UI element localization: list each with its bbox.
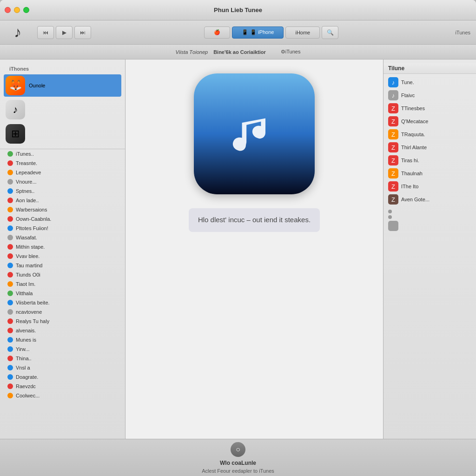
dot-16 <box>7 300 13 305</box>
ounole-icon: 🦊 <box>6 76 25 95</box>
right-item-0[interactable]: ♪ Tune. <box>383 76 476 89</box>
sidebar-item-18[interactable]: Realys Tu haly <box>0 317 125 326</box>
sidebar-item-12[interactable]: Tau martind <box>0 261 125 270</box>
right-item-9[interactable]: Z Aven Gote... <box>383 193 476 206</box>
sidebar-item-label-14: Tiaot Im. <box>16 281 35 287</box>
sidebar-item-label-12: Tau martind <box>16 263 42 268</box>
sidebar-item-20[interactable]: Munes is <box>0 335 125 344</box>
play-button[interactable]: ▶ <box>56 26 73 39</box>
sidebar-item-8[interactable]: Pltotes Fuiion! <box>0 224 125 233</box>
right-item-4[interactable]: Z TRaquuta. <box>383 128 476 141</box>
music-icon: ♪ <box>6 100 25 119</box>
right-label-2: TTinesbes <box>401 106 425 111</box>
itunes-app-label: iTunes <box>455 30 470 35</box>
right-item-7[interactable]: Z Thaulnah <box>383 167 476 180</box>
home-tab[interactable]: iHome <box>285 26 320 39</box>
left-sidebar: iThones 🦊 Ounole ♪ ⊞ iTunes.. Treasnte. <box>0 60 126 439</box>
home-tab-label: iHome <box>295 30 310 35</box>
dot-25 <box>7 383 13 389</box>
sidebar-item-16[interactable]: Viisberta beite. <box>0 298 125 307</box>
dot-a <box>388 210 392 213</box>
title-bar: Phun Lieb Tunee <box>0 0 476 20</box>
close-button[interactable] <box>5 7 11 13</box>
sidebar-item-10[interactable]: Mithin stape. <box>0 242 125 251</box>
sidebar-item-label-5: Aon lade.. <box>16 198 39 203</box>
sidebar-item-1[interactable]: Treasnte. <box>0 159 125 168</box>
sidebar-item-24[interactable]: Doagrate. <box>0 372 125 382</box>
app-icon-music[interactable]: ♪ <box>4 99 121 121</box>
right-label-1: Ftaivc <box>401 93 415 98</box>
app-icon-grid[interactable]: ⊞ <box>4 123 121 145</box>
subtitle-center: Bine'6k ao Coriaiktior <box>213 49 266 55</box>
bottom-bar: ○ Wlo coaLunle Aclest Feour eedapler to … <box>0 439 476 476</box>
sidebar-item-4[interactable]: Sptnes.. <box>0 186 125 196</box>
sidebar-item-label-7: Oown-Caabnla. <box>16 216 51 222</box>
right-item-1[interactable]: ♪ Ftaivc <box>383 89 476 102</box>
apple-tab[interactable]: 🍎 <box>204 26 230 39</box>
right-icon-0: ♪ <box>388 77 398 87</box>
sidebar-item-0[interactable]: iTunes.. <box>0 149 125 159</box>
dot-12 <box>7 263 13 268</box>
right-icon-2: Z <box>388 103 398 113</box>
sidebar-item-11[interactable]: Vvav blee. <box>0 251 125 261</box>
right-item-8[interactable]: Z IThe Ito <box>383 180 476 193</box>
sidebar-item-5[interactable]: Aon lade.. <box>0 196 125 205</box>
next-button[interactable]: ⏭ <box>74 26 91 39</box>
sidebar-item-13[interactable]: Tiunds O0i <box>0 270 125 279</box>
dot-14 <box>7 281 13 287</box>
dot-13 <box>7 272 13 278</box>
right-label-0: Tune. <box>401 79 414 85</box>
sidebar-item-9[interactable]: Wiasafat. <box>0 233 125 242</box>
dot-7 <box>7 216 13 222</box>
dot-4 <box>7 188 13 194</box>
dot-18 <box>7 318 13 324</box>
apple-icon: 🍎 <box>214 29 220 35</box>
transport-controls: ⏮ ▶ ⏭ <box>37 26 91 39</box>
sidebar-item-25[interactable]: Raevzdc <box>0 382 125 391</box>
dot-19 <box>7 328 13 333</box>
right-item-6[interactable]: Z Tiras hi. <box>383 154 476 167</box>
subtitle-right: ⚙iTunes <box>281 49 301 55</box>
phone-tab[interactable]: 📱 📱 iPhone <box>232 26 284 39</box>
sidebar-item-label-10: Mithin stape. <box>16 244 45 250</box>
sidebar-item-26[interactable]: Coolwec... <box>0 391 125 400</box>
music-note-icon: ♪ <box>14 24 21 41</box>
minimize-button[interactable] <box>14 7 20 13</box>
right-icon-8: Z <box>388 181 398 192</box>
maximize-button[interactable] <box>23 7 29 13</box>
dot-11 <box>7 253 13 259</box>
right-item-5[interactable]: Z Thirl Alante <box>383 141 476 154</box>
sidebar-item-label-1: Treasnte. <box>16 160 37 166</box>
sidebar-item-23[interactable]: Vnsl a <box>0 363 125 372</box>
sidebar-item-2[interactable]: Lepeadeve <box>0 168 125 177</box>
bottom-icon: ○ <box>231 442 245 457</box>
dot-26 <box>7 393 13 398</box>
right-icon-3: Z <box>388 116 398 126</box>
dot-22 <box>7 356 13 361</box>
sidebar-item-15[interactable]: Vitthala <box>0 289 125 298</box>
right-section-title: Tilune <box>383 63 476 74</box>
sidebar-item-7[interactable]: Oown-Caabnla. <box>0 214 125 224</box>
sidebar-item-6[interactable]: Warbersaions <box>0 205 125 214</box>
sidebar-item-label-6: Warbersaions <box>16 207 47 212</box>
dot-20 <box>7 337 13 343</box>
right-icon-4: Z <box>388 129 398 139</box>
sidebar-item-3[interactable]: Vnoure... <box>0 177 125 186</box>
prev-button[interactable]: ⏮ <box>37 26 54 39</box>
sidebar-item-14[interactable]: Tiaot Im. <box>0 279 125 289</box>
right-item-2[interactable]: Z TTinesbes <box>383 102 476 115</box>
search-button[interactable]: 🔍 <box>322 26 338 39</box>
sidebar-item-label-18: Realys Tu haly <box>16 318 49 324</box>
sidebar-item-17[interactable]: ncavtovene <box>0 307 125 317</box>
sidebar-items-list: iTunes.. Treasnte. Lepeadeve Vnoure... S… <box>0 149 125 400</box>
app-icon-ounole[interactable]: 🦊 Ounole <box>4 74 121 97</box>
center-content: Hlo dlest' incuc – out iend it steakes. <box>126 60 383 439</box>
sidebar-item-22[interactable]: Thina.. <box>0 354 125 363</box>
sidebar-item-label-19: alvenais. <box>16 328 36 333</box>
sidebar-item-21[interactable]: Yirw... <box>0 344 125 354</box>
sidebar-item-label-24: Doagrate. <box>16 374 38 380</box>
sidebar-item-19[interactable]: alvenais. <box>0 326 125 335</box>
right-item-3[interactable]: Z Q'Mecatace <box>383 115 476 128</box>
dot-c-box <box>388 221 398 231</box>
right-icon-5: Z <box>388 142 398 152</box>
